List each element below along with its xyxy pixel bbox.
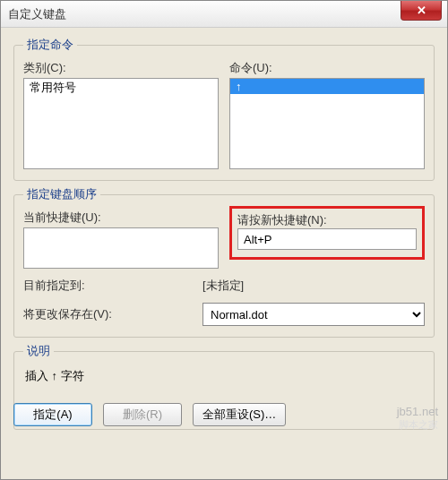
reset-all-button[interactable]: 全部重设(S)… bbox=[193, 403, 286, 426]
save-changes-in-label: 将更改保存在(V): bbox=[23, 306, 202, 322]
button-bar: 指定(A) 删除(R) 全部重设(S)… bbox=[13, 403, 286, 426]
currently-assigned-value: [未指定] bbox=[202, 278, 425, 294]
close-button[interactable]: ✕ bbox=[401, 1, 442, 21]
current-keys-listbox[interactable] bbox=[23, 227, 219, 269]
category-listbox[interactable]: 常用符号 bbox=[23, 78, 219, 169]
press-new-key-highlight: 请按新快捷键(N): bbox=[229, 206, 425, 260]
customize-keyboard-dialog: 自定义键盘 ✕ 指定命令 类别(C): 常用符号 命令(U): ↑ bbox=[0, 0, 448, 480]
specify-keys-group: 指定键盘顺序 当前快捷键(U): 请按新快捷键(N): 目前指定到: [未指定] bbox=[13, 186, 435, 338]
description-legend: 说明 bbox=[23, 343, 54, 359]
window-title: 自定义键盘 bbox=[8, 6, 66, 22]
dialog-body: 指定命令 类别(C): 常用符号 命令(U): ↑ 指定键盘顺序 bbox=[1, 28, 447, 439]
titlebar: 自定义键盘 ✕ bbox=[1, 1, 447, 28]
description-text: 插入 ↑ 字符 bbox=[23, 366, 425, 386]
currently-assigned-label: 目前指定到: bbox=[23, 278, 202, 294]
current-keys-label: 当前快捷键(U): bbox=[23, 210, 219, 226]
specify-command-legend: 指定命令 bbox=[23, 37, 77, 53]
commands-listbox[interactable]: ↑ bbox=[229, 78, 425, 169]
list-item[interactable]: 常用符号 bbox=[24, 79, 218, 97]
commands-label: 命令(U): bbox=[229, 60, 425, 76]
remove-button[interactable]: 删除(R) bbox=[103, 403, 182, 426]
save-changes-in-select[interactable]: Normal.dot bbox=[202, 303, 425, 326]
close-icon: ✕ bbox=[417, 4, 426, 17]
assign-button[interactable]: 指定(A) bbox=[13, 403, 92, 426]
press-new-key-label: 请按新快捷键(N): bbox=[237, 213, 327, 227]
specify-keys-legend: 指定键盘顺序 bbox=[23, 186, 100, 202]
list-item[interactable]: ↑ bbox=[230, 79, 424, 94]
press-new-key-input[interactable] bbox=[237, 228, 417, 250]
category-label: 类别(C): bbox=[23, 60, 219, 76]
specify-command-group: 指定命令 类别(C): 常用符号 命令(U): ↑ bbox=[13, 37, 435, 181]
